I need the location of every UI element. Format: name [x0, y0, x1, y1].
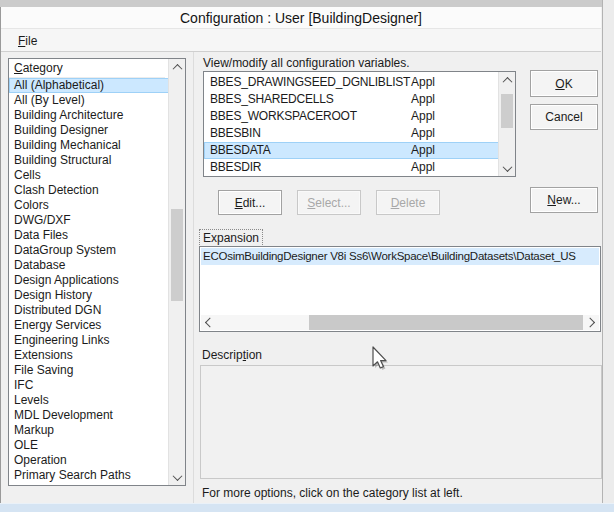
new-button[interactable]: New... — [530, 187, 598, 213]
category-item[interactable]: Extensions — [9, 348, 170, 363]
category-item[interactable]: MDL Development — [9, 408, 170, 423]
category-item[interactable]: Colors — [9, 198, 170, 213]
edit-button[interactable]: Edit... — [218, 190, 282, 215]
scrollbar-thumb[interactable] — [171, 209, 183, 301]
menu-bar: File — [1, 28, 601, 52]
category-item[interactable]: Building Structural — [9, 153, 170, 168]
category-item[interactable]: DataGroup System — [9, 243, 170, 258]
category-item[interactable]: Clash Detection — [9, 183, 170, 198]
chevron-right-icon — [585, 318, 595, 328]
chevron-down-icon — [502, 162, 512, 172]
expansion-value[interactable]: ECOsimBuildingDesigner V8i Ss6\WorkSpace… — [201, 248, 599, 265]
category-list-items: All (Alphabetical)All (By Level)Building… — [9, 78, 170, 483]
chevron-down-icon — [172, 471, 182, 481]
description-box — [200, 365, 602, 479]
variable-name: BBESDIR — [204, 160, 261, 174]
chevron-up-icon — [172, 63, 182, 73]
category-item[interactable]: OLE — [9, 438, 170, 453]
category-item[interactable]: Building Designer — [9, 123, 170, 138]
variable-name: BBESBIN — [204, 126, 261, 140]
category-item[interactable]: Engineering Links — [9, 333, 170, 348]
category-item[interactable]: Building Architecture — [9, 108, 170, 123]
category-header: Category — [9, 59, 165, 78]
category-item[interactable]: Building Mechanical — [9, 138, 170, 153]
scroll-down-button[interactable] — [169, 469, 185, 485]
scroll-right-button[interactable] — [584, 315, 599, 330]
category-item[interactable]: DWG/DXF — [9, 213, 170, 228]
variables-list: BBES_DRAWINGSEED_DGNLIBLISTApplBBES_SHAR… — [203, 71, 516, 177]
variable-level: Appl — [411, 91, 435, 108]
scrollbar-thumb[interactable] — [309, 315, 583, 330]
category-item[interactable]: All (By Level) — [9, 93, 170, 108]
variable-row[interactable]: BBESDATAAppl — [204, 142, 499, 159]
chevron-up-icon — [502, 76, 512, 86]
category-item[interactable]: Energy Services — [9, 318, 170, 333]
category-item[interactable]: Markup — [9, 423, 170, 438]
variable-level: Appl — [411, 142, 435, 159]
select-button: Select... — [297, 190, 361, 215]
variable-row[interactable]: BBESBINAppl — [204, 125, 499, 142]
chevron-left-icon — [205, 318, 215, 328]
variable-level: Appl — [411, 108, 435, 125]
footer-hint: For more options, click on the category … — [202, 486, 463, 500]
category-item[interactable]: Primary Search Paths — [9, 468, 170, 483]
window-title: Configuration : User [BuildingDesigner] — [180, 10, 422, 26]
category-item[interactable]: Levels — [9, 393, 170, 408]
configuration-dialog: Configuration : User [BuildingDesigner] … — [0, 0, 614, 512]
description-label: Description — [202, 348, 262, 362]
category-item[interactable]: Design History — [9, 288, 170, 303]
variable-level: Appl — [411, 159, 435, 176]
category-item[interactable]: Cells — [9, 168, 170, 183]
variable-name: BBES_WORKSPACEROOT — [204, 109, 357, 123]
variable-row[interactable]: BBESDIRAppl — [204, 159, 499, 176]
category-item[interactable]: All (Alphabetical) — [9, 78, 170, 93]
variable-level: Appl — [411, 74, 435, 91]
category-item[interactable]: Database — [9, 258, 170, 273]
expansion-box: ECOsimBuildingDesigner V8i Ss6\WorkSpace… — [199, 246, 601, 332]
variable-name: BBESDATA — [204, 143, 271, 157]
category-item[interactable]: Distributed DGN — [9, 303, 170, 318]
window-frame-top — [0, 0, 614, 7]
category-scrollbar[interactable] — [168, 59, 185, 485]
variables-caption: View/modify all configuration variables. — [203, 56, 410, 70]
category-list: Category All (Alphabetical)All (By Level… — [8, 58, 186, 486]
scroll-up-button[interactable] — [169, 59, 185, 75]
variable-row[interactable]: BBES_WORKSPACEROOTAppl — [204, 108, 499, 125]
menu-file[interactable]: File — [13, 32, 42, 50]
variable-level: Appl — [411, 125, 435, 142]
window-frame-right — [602, 0, 614, 512]
expansion-label: Expansion — [199, 229, 263, 247]
expansion-hscrollbar[interactable] — [201, 315, 599, 330]
panel-divider — [193, 52, 194, 503]
ok-button[interactable]: OK — [530, 70, 598, 97]
variables-scrollbar[interactable] — [498, 72, 515, 176]
scroll-up-button[interactable] — [499, 72, 515, 88]
variable-name: BBES_SHAREDCELLS — [204, 92, 334, 106]
cancel-button[interactable]: Cancel — [530, 104, 598, 130]
scrollbar-thumb[interactable] — [501, 94, 513, 128]
window-frame-bottom — [0, 503, 614, 512]
title-bar: Configuration : User [BuildingDesigner] — [1, 7, 601, 28]
variable-name: BBES_DRAWINGSEED_DGNLIBLIST — [204, 75, 410, 89]
category-item[interactable]: Design Applications — [9, 273, 170, 288]
variables-list-rows: BBES_DRAWINGSEED_DGNLIBLISTApplBBES_SHAR… — [204, 72, 499, 176]
category-item[interactable]: Operation — [9, 453, 170, 468]
category-item[interactable]: File Saving — [9, 363, 170, 378]
category-item[interactable]: IFC — [9, 378, 170, 393]
delete-button: Delete — [376, 190, 440, 215]
scroll-down-button[interactable] — [499, 160, 515, 176]
variable-row[interactable]: BBES_DRAWINGSEED_DGNLIBLISTAppl — [204, 74, 499, 91]
variable-row[interactable]: BBES_SHAREDCELLSAppl — [204, 91, 499, 108]
scroll-left-button[interactable] — [201, 315, 216, 330]
category-item[interactable]: Data Files — [9, 228, 170, 243]
